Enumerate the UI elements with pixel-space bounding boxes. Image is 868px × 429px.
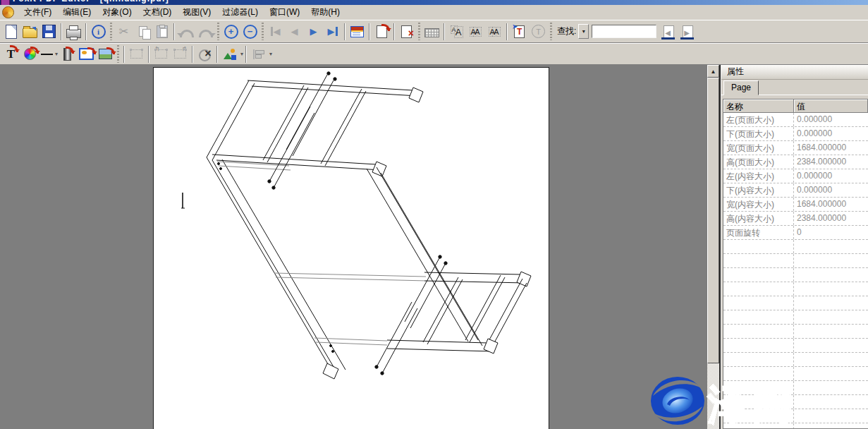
rotate-object-left-button[interactable]: ↰ [152,44,171,64]
toolbar-drag-handle[interactable] [217,23,219,40]
table-row[interactable]: 高(内容大小)2384.000000 [723,212,868,226]
save-button[interactable] [39,22,59,41]
toolbar-drag-handle[interactable] [262,23,264,40]
find-input[interactable] [592,25,656,38]
document-canvas[interactable] [0,65,707,429]
edit-image-button[interactable] [77,44,96,64]
prop-value[interactable]: 1684.000000 [794,141,868,155]
prop-value[interactable]: 0.000000 [794,127,868,140]
undo-button[interactable] [177,22,196,41]
prop-value[interactable]: 2384.000000 [794,212,868,225]
prop-value[interactable]: 0.000000 [794,169,868,183]
menu-window[interactable]: 窗口(W) [264,5,305,20]
align-objects-dropdown[interactable]: ▾ [269,51,272,57]
pdf-page[interactable] [153,67,549,429]
redo-button[interactable] [196,22,215,41]
menu-edit[interactable]: 编辑(E) [57,5,97,20]
empty-row [723,339,868,353]
scale-text-button[interactable]: AA [447,22,466,41]
column-header-value[interactable]: 值 [794,99,868,113]
toolbar-drag-handle[interactable] [110,23,112,40]
text-caret-mark [181,193,185,208]
prop-value[interactable]: 0.000000 [794,183,868,197]
copy-button[interactable] [133,22,152,41]
rotate-page-button[interactable] [372,22,391,41]
paste-clipboard-icon [157,25,168,38]
edit-image-icon [79,48,94,60]
find-forward-icon: ▶ [683,25,693,38]
table-row[interactable]: 宽(页面大小)1684.000000 [723,141,868,155]
vertical-scrollbar[interactable]: ▲ [707,65,719,429]
prop-name: 下(页面大小) [723,127,794,140]
empty-row [723,367,868,381]
prop-value[interactable]: 0.000000 [794,113,868,126]
insert-shapes-dropdown[interactable]: ▾ [240,51,243,57]
document-info-button[interactable]: i [89,22,108,41]
first-page-button[interactable]: ◀ [266,22,285,41]
table-row[interactable]: 左(页面大小)0.000000 [723,113,868,127]
window-title: Foxit PDF Editor - [qinhuang.pdf] [13,0,169,4]
tab-page[interactable]: Page [723,80,759,95]
delete-object-button[interactable]: × [195,44,214,64]
next-page-button[interactable]: ▶ [304,22,323,41]
prop-value[interactable]: 0 [794,226,868,239]
table-row[interactable]: 左(内容大小)0.000000 [723,169,868,183]
align-objects-button[interactable] [249,44,268,64]
menu-file[interactable]: 文件(F) [18,5,57,20]
toolbar-drag-handle[interactable] [550,23,552,40]
column-header-name[interactable]: 名称 [723,99,794,113]
condense-text-button[interactable]: AA [466,22,485,41]
menu-help[interactable]: 帮助(H) [305,5,346,20]
select-transform-button[interactable] [127,44,146,64]
separator [123,46,125,63]
expand-text-button[interactable]: AA [485,22,504,41]
insert-text-button[interactable]: T➤ [510,22,529,41]
separator [444,23,445,40]
scrollbar-thumb[interactable] [707,78,719,363]
virtual-keyboard-button[interactable] [422,22,441,41]
table-row[interactable]: 下(页面大小)0.000000 [723,127,868,141]
print-button[interactable] [64,22,83,41]
find-backward-icon: ◀ [664,25,674,38]
add-shading-button[interactable] [58,44,77,64]
add-color-button[interactable] [20,44,39,64]
menu-view[interactable]: 视图(V) [177,5,216,20]
last-page-button[interactable]: ▶ [323,22,342,41]
empty-row [723,423,868,429]
scroll-up-button[interactable]: ▲ [707,65,719,78]
zoom-out-button[interactable]: − [240,22,259,41]
find-dropdown-button[interactable]: ▾ [578,24,589,39]
page-thumbnails-button[interactable] [348,22,367,41]
prop-value[interactable]: 1684.000000 [794,198,868,211]
text-orientation-button[interactable]: T [529,22,548,41]
table-row[interactable]: 宽(内容大小)1684.000000 [723,198,868,212]
table-row[interactable]: 下(内容大小)0.000000 [723,183,868,198]
zoom-in-button[interactable]: + [221,22,240,41]
previous-page-icon: ◀ [291,27,298,36]
find-forward-button[interactable]: ▶ [678,22,697,41]
previous-page-button[interactable]: ◀ [285,22,304,41]
paste-button[interactable] [152,22,171,41]
menu-filter[interactable]: 过滤器(L) [216,5,264,20]
table-row[interactable]: 高(页面大小)2384.000000 [723,155,868,169]
find-backward-button[interactable]: ◀ [659,22,678,41]
menu-document[interactable]: 文档(D) [137,5,178,20]
toolbar-drag-handle[interactable] [418,23,420,40]
align-icon [253,49,264,59]
toolbar-drag-handle[interactable] [117,45,119,63]
prop-value[interactable]: 2384.000000 [794,155,868,169]
delete-page-button[interactable]: × [397,22,416,41]
rotate-object-right-button[interactable]: ↱ [171,44,190,64]
find-label: 查找: [557,25,576,37]
line-style-button[interactable] [39,44,54,64]
new-button[interactable] [1,22,20,41]
menu-object[interactable]: 对象(O) [97,5,137,20]
prop-name: 左(内容大小) [723,169,794,183]
add-image-button[interactable] [96,44,115,64]
table-row[interactable]: 页面旋转0 [723,226,868,240]
add-text-button[interactable]: T [1,44,20,64]
cut-button[interactable]: ✂ [114,22,133,41]
open-button[interactable] [20,22,39,41]
insert-shapes-button[interactable] [220,44,239,64]
cad-drawing [154,68,549,429]
